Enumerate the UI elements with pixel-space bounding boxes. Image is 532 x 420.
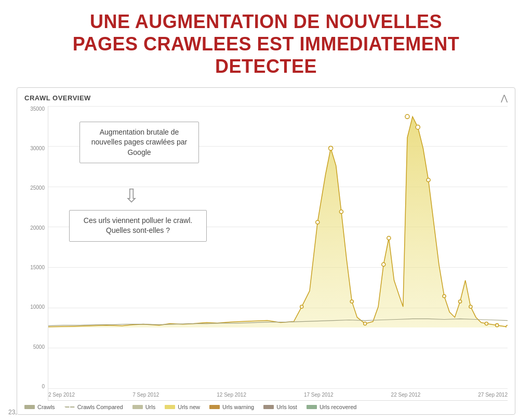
legend-label-urls-lost: Urls lost <box>276 404 297 410</box>
annotation-text-2: Ces urls viennent polluer le crawl. Quel… <box>84 216 192 235</box>
x-label-17sep: 17 Sep 2012 <box>304 392 334 398</box>
data-point <box>316 220 320 224</box>
legend-color-crawls-compared <box>64 406 75 408</box>
x-label-27sep: 27 Sep 2012 <box>478 392 508 398</box>
data-point <box>350 299 353 303</box>
legend-color-urls-new <box>165 405 175 409</box>
legend-color-urls-recovered <box>307 405 317 409</box>
data-point <box>300 305 303 308</box>
chart-area: 35000 30000 25000 20000 15000 10000 5000… <box>24 106 508 401</box>
data-point <box>496 323 499 326</box>
y-label-30000: 30000 <box>30 146 45 151</box>
legend-color-crawls <box>24 405 35 409</box>
x-label-12sep: 12 Sep 2012 <box>217 392 246 398</box>
x-axis-labels: 2 Sep 2012 7 Sep 2012 12 Sep 2012 17 Sep… <box>48 389 508 400</box>
legend-label-urls-new: Urls new <box>178 404 200 410</box>
legend-crawls: Crawls <box>24 404 55 410</box>
data-point <box>443 294 446 297</box>
data-point <box>459 299 462 303</box>
annotation-text-1: Augmentation brutale de nouvelles pages … <box>91 128 187 156</box>
collapse-icon[interactable]: ⋀ <box>501 93 508 103</box>
data-point <box>469 305 472 308</box>
y-axis: 35000 30000 25000 20000 15000 10000 5000… <box>24 106 48 401</box>
annotation-box-1: Augmentation brutale de nouvelles pages … <box>79 122 199 164</box>
legend-label-urls: Urls <box>145 404 156 410</box>
annotation-box-2: Ces urls viennent polluer le crawl. Quel… <box>69 210 207 242</box>
data-point <box>485 322 488 325</box>
data-point <box>329 146 333 150</box>
x-label-22sep: 22 Sep 2012 <box>391 392 421 398</box>
data-point <box>405 114 409 119</box>
legend-crawls-compared: Crawls Compared <box>64 404 123 410</box>
legend-urls-recovered: Urls recovered <box>307 404 357 410</box>
arrow-down-icon: ⇩ <box>124 187 139 205</box>
legend-label-crawls: Crawls <box>37 404 55 410</box>
main-title: UNE AUGMENTATION DE NOUVELLES PAGES CRAW… <box>73 10 460 78</box>
y-label-15000: 15000 <box>30 265 45 270</box>
legend-label-crawls-compared: Crawls Compared <box>77 404 123 410</box>
chart-title: CRAWL OVERVIEW <box>24 94 91 102</box>
y-label-0: 0 <box>42 384 45 389</box>
legend-urls-lost: Urls lost <box>263 404 297 410</box>
grid-line <box>48 348 508 348</box>
legend-label-urls-warning: Urls warning <box>222 404 254 410</box>
y-label-5000: 5000 <box>33 344 45 350</box>
legend-urls-new: Urls new <box>165 404 200 410</box>
x-label-7sep: 7 Sep 2012 <box>132 392 159 398</box>
legend-urls-warning: Urls warning <box>209 404 254 410</box>
data-point <box>364 322 367 325</box>
data-point <box>427 178 430 181</box>
legend-label-urls-recovered: Urls recovered <box>320 404 357 410</box>
chart-inner: 2 Sep 2012 7 Sep 2012 12 Sep 2012 17 Sep… <box>48 106 508 401</box>
chart-container: CRAWL OVERVIEW ⋀ 35000 30000 25000 20000… <box>17 87 515 415</box>
chart-header: CRAWL OVERVIEW ⋀ <box>24 93 508 103</box>
data-point <box>416 125 420 129</box>
y-label-25000: 25000 <box>30 185 45 191</box>
data-point <box>339 209 343 213</box>
data-point <box>387 236 391 240</box>
legend-color-urls-warning <box>209 405 220 409</box>
page-number: 23, <box>8 409 17 416</box>
y-label-10000: 10000 <box>30 304 45 310</box>
legend-urls: Urls <box>132 404 156 410</box>
data-point <box>382 262 385 266</box>
legend-color-urls-lost <box>263 405 274 409</box>
page-container: UNE AUGMENTATION DE NOUVELLES PAGES CRAW… <box>0 0 532 420</box>
x-label-2sep: 2 Sep 2012 <box>48 392 75 398</box>
y-label-35000: 35000 <box>30 106 45 112</box>
legend-color-urls <box>132 405 143 409</box>
y-label-20000: 20000 <box>30 225 45 231</box>
legend: Crawls Crawls Compared Urls Urls new Url… <box>24 404 508 410</box>
data-point <box>506 325 508 327</box>
